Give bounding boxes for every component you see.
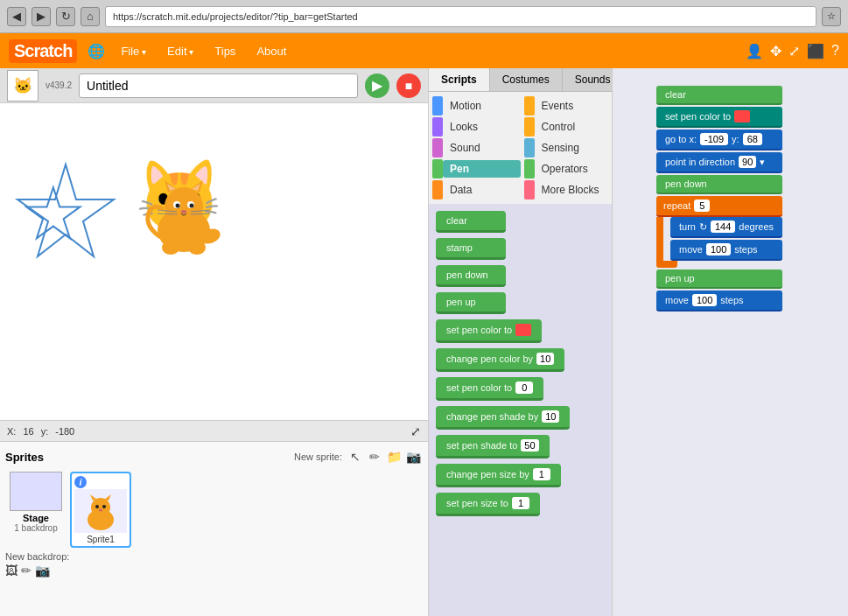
category-control[interactable]: Control bbox=[535, 118, 613, 136]
sb-move1[interactable]: move 100 steps bbox=[670, 240, 782, 261]
stage-label: Stage bbox=[5, 513, 67, 523]
events-color bbox=[524, 96, 535, 116]
block-stamp[interactable]: stamp bbox=[436, 238, 506, 260]
stop-icon: ■ bbox=[405, 79, 412, 93]
sb-point-direction[interactable]: point in direction 90 ▾ bbox=[656, 152, 782, 173]
category-row-pen: Pen bbox=[429, 158, 521, 179]
version-text: v439.2 bbox=[46, 80, 72, 90]
sb-clear[interactable]: clear bbox=[656, 86, 782, 105]
block-pen-up[interactable]: pen up bbox=[436, 292, 506, 314]
backdrop-camera-icon[interactable]: 📷 bbox=[35, 564, 50, 578]
block-change-pen-size-by[interactable]: change pen size by 1 bbox=[436, 464, 561, 487]
sb-move1-val[interactable]: 100 bbox=[706, 243, 731, 256]
edit-menu[interactable]: Edit bbox=[162, 41, 199, 61]
tab-scripts[interactable]: Scripts bbox=[429, 68, 490, 91]
svg-marker-0 bbox=[18, 164, 114, 256]
pen-size-input[interactable]: 1 bbox=[533, 468, 550, 480]
category-events[interactable]: Events bbox=[535, 97, 613, 115]
sb-move2-val[interactable]: 100 bbox=[692, 294, 717, 306]
block-pen-down[interactable]: pen down bbox=[436, 265, 506, 287]
block-set-pen-color-to-val[interactable]: set pen color to 0 bbox=[436, 377, 543, 401]
new-backdrop-label: New backdrop: bbox=[5, 551, 69, 562]
pen-size-val-input[interactable]: 1 bbox=[512, 497, 529, 509]
sb-turn-val[interactable]: 144 bbox=[711, 220, 735, 233]
category-sound[interactable]: Sound bbox=[443, 139, 521, 157]
expand2-icon[interactable]: ⬛ bbox=[807, 43, 824, 60]
sprites-list: Stage 1 backdrop i bbox=[5, 472, 423, 548]
category-operators[interactable]: Operators bbox=[535, 160, 613, 178]
sb-repeat-val[interactable]: 5 bbox=[694, 200, 710, 212]
sb-point-label: point in direction bbox=[665, 157, 735, 167]
stage-thumb[interactable]: Stage 1 backdrop bbox=[5, 472, 67, 548]
help-icon[interactable]: ? bbox=[831, 43, 839, 59]
star-drawing bbox=[13, 160, 118, 265]
sb-pen-down[interactable]: pen down bbox=[656, 175, 782, 194]
sb-goto-y[interactable]: 68 bbox=[743, 133, 762, 145]
sb-move2-label: move bbox=[665, 295, 689, 305]
sb-direction-val[interactable]: 90 bbox=[739, 156, 756, 168]
back-button[interactable]: ◀ bbox=[7, 7, 26, 26]
sprites-title: Sprites bbox=[5, 451, 294, 464]
refresh-button[interactable]: ↻ bbox=[56, 7, 75, 26]
pen-shade-val-input[interactable]: 50 bbox=[521, 439, 538, 452]
pen-color-val-input[interactable]: 0 bbox=[515, 382, 533, 394]
category-data[interactable]: Data bbox=[443, 181, 521, 199]
about-menu[interactable]: About bbox=[251, 41, 291, 61]
expand1-icon[interactable]: ⤢ bbox=[788, 43, 800, 60]
cursor-icon[interactable]: ↖ bbox=[346, 447, 365, 466]
green-flag-button[interactable]: ▶ bbox=[365, 74, 389, 98]
file-menu[interactable]: File bbox=[116, 41, 151, 61]
data-color bbox=[432, 180, 443, 200]
category-sensing[interactable]: Sensing bbox=[535, 139, 613, 157]
category-looks[interactable]: Looks bbox=[443, 118, 521, 136]
project-title-input[interactable] bbox=[79, 74, 358, 98]
category-motion[interactable]: Motion bbox=[443, 97, 521, 115]
category-pen[interactable]: Pen bbox=[443, 160, 521, 178]
sb-turn-label: turn bbox=[679, 221, 696, 232]
pen-color-input[interactable]: 10 bbox=[536, 353, 554, 365]
sb-move2[interactable]: move 100 steps bbox=[656, 290, 782, 312]
sb-set-pen-color-label: set pen color to bbox=[665, 111, 731, 122]
tab-costumes[interactable]: Costumes bbox=[490, 68, 563, 91]
sprites-panel: Sprites New sprite: ↖ ✏ 📁 📷 Stage 1 back… bbox=[0, 441, 428, 616]
upload-icon[interactable]: 📁 bbox=[384, 447, 403, 466]
block-change-pen-color-by[interactable]: change pen color by 10 bbox=[436, 348, 564, 372]
tips-menu[interactable]: Tips bbox=[209, 41, 241, 61]
sb-goto-x[interactable]: -109 bbox=[700, 133, 728, 145]
expand-stage-icon[interactable]: ⤢ bbox=[410, 424, 421, 438]
category-more-blocks[interactable]: More Blocks bbox=[535, 181, 613, 199]
block-change-pen-shade-by[interactable]: change pen shade by 10 bbox=[436, 406, 570, 430]
sb-set-pen-color[interactable]: set pen color to bbox=[656, 107, 782, 128]
paint-icon[interactable]: ✏ bbox=[365, 447, 384, 466]
backdrop-image-icon[interactable]: 🖼 bbox=[5, 564, 18, 578]
category-row-more-blocks: More Blocks bbox=[521, 179, 613, 200]
sb-repeat-header[interactable]: repeat 5 bbox=[656, 196, 782, 217]
block-clear[interactable]: clear bbox=[436, 211, 506, 233]
block-set-pen-color-to[interactable]: set pen color to bbox=[436, 319, 542, 343]
bookmark-button[interactable]: ☆ bbox=[822, 7, 841, 26]
block-set-pen-shade-to[interactable]: set pen shade to 50 bbox=[436, 435, 550, 458]
sb-goto-label: go to x: bbox=[665, 134, 697, 144]
camera-icon[interactable]: 📷 bbox=[403, 447, 423, 466]
home-button[interactable]: ⌂ bbox=[81, 7, 100, 26]
forward-button[interactable]: ▶ bbox=[32, 7, 51, 26]
backdrop-paint-icon[interactable]: ✏ bbox=[21, 564, 32, 578]
sb-go-to[interactable]: go to x: -109 y: 68 bbox=[656, 130, 782, 150]
sprite1-item[interactable]: i Sprite1 bbox=[70, 472, 131, 548]
x-value: 16 bbox=[23, 426, 33, 437]
stage-area: 🐱 v439.2 ▶ ■ ★ 🐱 bbox=[0, 68, 429, 616]
pen-shade-input[interactable]: 10 bbox=[542, 410, 559, 423]
stop-button[interactable]: ■ bbox=[396, 74, 421, 98]
sound-color bbox=[432, 138, 443, 158]
y-value: -180 bbox=[55, 426, 74, 437]
sb-turn[interactable]: turn ↻ 144 degrees bbox=[670, 217, 782, 238]
sb-move1-label: move bbox=[679, 244, 703, 255]
move-icon[interactable]: ✥ bbox=[770, 43, 781, 60]
sb-direction-arrow: ▾ bbox=[760, 157, 765, 168]
block-set-pen-size-to[interactable]: set pen size to 1 bbox=[436, 493, 540, 516]
sprite-info-icon[interactable]: i bbox=[74, 476, 87, 488]
url-bar[interactable]: https://scratch.mit.edu/projects/editor/… bbox=[105, 6, 816, 27]
sb-pen-up[interactable]: pen up bbox=[656, 270, 782, 289]
globe-icon[interactable]: 🌐 bbox=[88, 43, 105, 60]
profile-icon[interactable]: 👤 bbox=[746, 43, 763, 60]
